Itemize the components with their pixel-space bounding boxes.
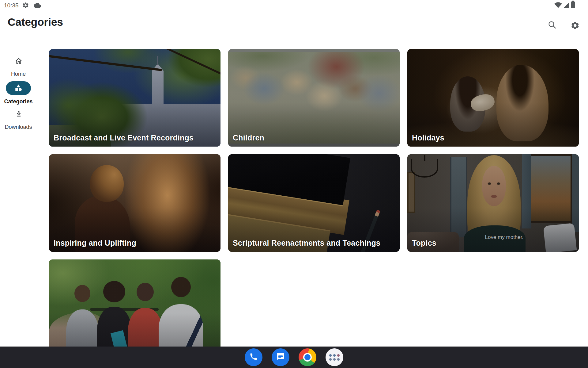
card-label: Broadcast and Live Event Recordings xyxy=(54,133,194,142)
card-scrim xyxy=(228,154,400,252)
messages-app-button[interactable] xyxy=(272,348,289,366)
settings-gear-icon xyxy=(571,21,580,31)
video-subtitle: Love my mother. xyxy=(485,234,524,240)
card-label: Holidays xyxy=(412,133,444,142)
category-card-scriptural[interactable]: Scriptural Reenactments and Teachings xyxy=(228,154,400,252)
card-label: Topics xyxy=(412,239,436,247)
app-drawer-button[interactable] xyxy=(326,348,343,366)
card-scrim xyxy=(49,154,221,252)
taskbar xyxy=(0,347,588,368)
sidebar-item-downloads[interactable] xyxy=(15,110,23,119)
card-scrim xyxy=(49,259,221,357)
status-gear-icon xyxy=(22,2,29,10)
sidebar-label-downloads[interactable]: Downloads xyxy=(0,124,37,130)
card-scrim xyxy=(407,49,579,147)
phone-icon xyxy=(249,352,258,362)
wifi-icon xyxy=(554,2,562,10)
status-time: 10:35 xyxy=(4,2,19,9)
card-label: Scriptural Reenactments and Teachings xyxy=(233,239,380,247)
cell-signal-icon xyxy=(563,2,570,10)
category-icon xyxy=(14,84,22,93)
category-card-inspiring[interactable]: Inspiring and Uplifting xyxy=(49,154,221,252)
category-card-broadcast[interactable]: Broadcast and Live Event Recordings xyxy=(49,49,221,147)
sidebar-label-home[interactable]: Home xyxy=(0,71,37,77)
search-button[interactable] xyxy=(545,19,559,32)
card-label: Children xyxy=(233,133,264,142)
category-card-topics[interactable]: Love my mother. Topics xyxy=(407,154,579,252)
sidebar-item-home[interactable] xyxy=(15,57,23,66)
home-icon xyxy=(15,61,23,66)
category-card-youth[interactable] xyxy=(49,259,221,357)
sidebar-label-categories[interactable]: Categories xyxy=(0,98,37,105)
status-cloud-icon xyxy=(33,2,41,10)
app-drawer-icon xyxy=(329,354,340,361)
messages-icon xyxy=(276,352,285,362)
download-icon xyxy=(15,114,23,119)
settings-button[interactable] xyxy=(568,19,582,33)
chrome-app-button[interactable] xyxy=(299,348,316,366)
category-card-children[interactable]: Children xyxy=(228,49,400,147)
page-title: Categories xyxy=(8,16,63,28)
card-label: Inspiring and Uplifting xyxy=(54,239,136,247)
phone-app-button[interactable] xyxy=(245,348,262,366)
search-icon xyxy=(548,20,557,31)
battery-icon xyxy=(571,2,575,8)
card-scrim xyxy=(228,49,400,147)
category-card-holidays[interactable]: Holidays xyxy=(407,49,579,147)
card-scrim xyxy=(49,49,221,147)
sidebar-item-categories[interactable] xyxy=(6,81,31,95)
